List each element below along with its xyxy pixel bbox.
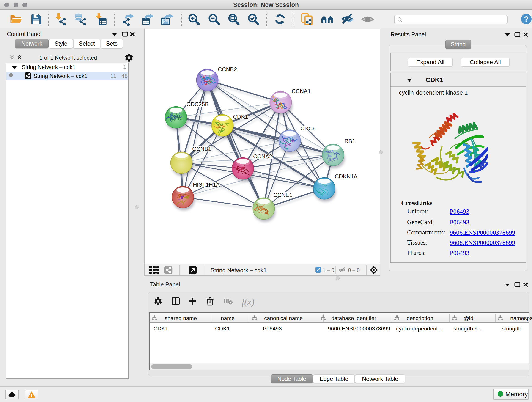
svg-text:CCNA2: CCNA2 — [253, 153, 272, 160]
svg-text:HIST1H1A: HIST1H1A — [193, 182, 220, 188]
svg-text:CCNB2: CCNB2 — [218, 66, 237, 72]
svg-text:CDKN1A: CDKN1A — [335, 173, 358, 179]
svg-text:CDC25B: CDC25B — [186, 101, 209, 107]
svg-text:CCNA1: CCNA1 — [292, 88, 311, 94]
svg-text:CCNE1: CCNE1 — [273, 192, 292, 198]
svg-text:CDC6: CDC6 — [300, 125, 316, 132]
svg-text:?: ? — [524, 14, 529, 23]
svg-text:RB1: RB1 — [344, 138, 355, 144]
svg-text:CCNB1: CCNB1 — [192, 146, 211, 152]
svg-text:CDK1: CDK1 — [233, 114, 248, 120]
